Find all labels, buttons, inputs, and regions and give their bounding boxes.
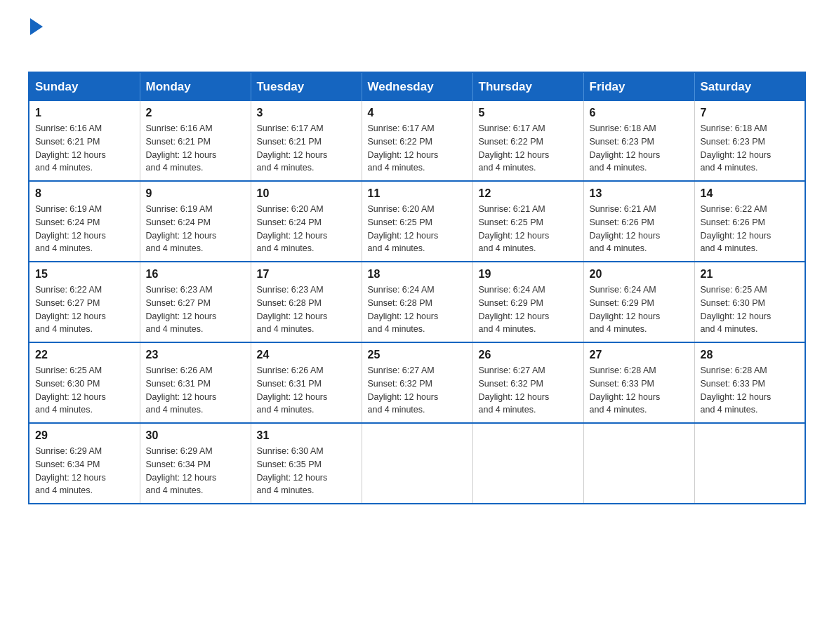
logo [28,21,43,58]
day-number: 16 [146,268,245,281]
calendar-cell: 4 Sunrise: 6:17 AM Sunset: 6:22 PM Dayli… [362,101,472,181]
day-info: Sunrise: 6:27 AM Sunset: 6:32 PM Dayligh… [368,364,467,417]
day-number: 1 [35,107,134,119]
day-number: 25 [368,349,467,361]
calendar-cell: 3 Sunrise: 6:17 AM Sunset: 6:21 PM Dayli… [251,101,362,181]
calendar-cell: 7 Sunrise: 6:18 AM Sunset: 6:23 PM Dayli… [694,101,805,181]
day-number: 19 [479,268,578,281]
day-number: 28 [701,349,800,361]
calendar-cell: 11 Sunrise: 6:20 AM Sunset: 6:25 PM Dayl… [362,181,472,262]
day-number: 29 [35,429,134,442]
day-number: 17 [257,268,356,281]
day-info: Sunrise: 6:28 AM Sunset: 6:33 PM Dayligh… [590,364,689,417]
day-info: Sunrise: 6:21 AM Sunset: 6:26 PM Dayligh… [590,203,689,255]
day-number: 27 [590,349,689,361]
day-number: 3 [257,107,356,119]
day-number: 30 [146,429,245,442]
day-info: Sunrise: 6:21 AM Sunset: 6:25 PM Dayligh… [479,203,578,255]
calendar-cell: 26 Sunrise: 6:27 AM Sunset: 6:32 PM Dayl… [472,342,583,423]
calendar-cell: 14 Sunrise: 6:22 AM Sunset: 6:26 PM Dayl… [694,181,805,262]
day-number: 18 [368,268,467,281]
calendar-cell: 18 Sunrise: 6:24 AM Sunset: 6:28 PM Dayl… [362,262,472,342]
day-info: Sunrise: 6:19 AM Sunset: 6:24 PM Dayligh… [146,203,245,255]
day-number: 10 [257,187,356,200]
day-number: 15 [35,268,134,281]
day-number: 4 [368,107,467,119]
calendar-cell: 25 Sunrise: 6:27 AM Sunset: 6:32 PM Dayl… [362,342,472,423]
calendar-cell: 20 Sunrise: 6:24 AM Sunset: 6:29 PM Dayl… [583,262,694,342]
calendar-cell [583,423,694,504]
day-info: Sunrise: 6:25 AM Sunset: 6:30 PM Dayligh… [35,364,134,417]
calendar-week-row: 15 Sunrise: 6:22 AM Sunset: 6:27 PM Dayl… [29,262,805,342]
calendar-cell: 28 Sunrise: 6:28 AM Sunset: 6:33 PM Dayl… [694,342,805,423]
calendar-header-monday: Monday [140,72,251,101]
day-info: Sunrise: 6:23 AM Sunset: 6:28 PM Dayligh… [257,283,356,336]
calendar-cell [362,423,472,504]
day-info: Sunrise: 6:23 AM Sunset: 6:27 PM Dayligh… [146,283,245,336]
calendar-header-row: SundayMondayTuesdayWednesdayThursdayFrid… [29,72,805,101]
calendar-cell: 21 Sunrise: 6:25 AM Sunset: 6:30 PM Dayl… [694,262,805,342]
day-number: 7 [701,107,800,119]
calendar-header-sunday: Sunday [29,72,140,101]
day-number: 24 [257,349,356,361]
day-info: Sunrise: 6:24 AM Sunset: 6:29 PM Dayligh… [479,283,578,336]
calendar-cell: 5 Sunrise: 6:17 AM Sunset: 6:22 PM Dayli… [472,101,583,181]
day-info: Sunrise: 6:20 AM Sunset: 6:24 PM Dayligh… [257,203,356,255]
calendar-week-row: 29 Sunrise: 6:29 AM Sunset: 6:34 PM Dayl… [29,423,805,504]
day-number: 14 [701,187,800,200]
day-info: Sunrise: 6:25 AM Sunset: 6:30 PM Dayligh… [701,283,800,336]
day-info: Sunrise: 6:24 AM Sunset: 6:29 PM Dayligh… [590,283,689,336]
calendar-cell: 2 Sunrise: 6:16 AM Sunset: 6:21 PM Dayli… [140,101,251,181]
day-info: Sunrise: 6:16 AM Sunset: 6:21 PM Dayligh… [35,122,134,175]
calendar-header-saturday: Saturday [694,72,805,101]
day-info: Sunrise: 6:29 AM Sunset: 6:34 PM Dayligh… [146,445,245,497]
calendar-week-row: 22 Sunrise: 6:25 AM Sunset: 6:30 PM Dayl… [29,342,805,423]
day-info: Sunrise: 6:29 AM Sunset: 6:34 PM Dayligh… [35,445,134,497]
calendar-cell: 17 Sunrise: 6:23 AM Sunset: 6:28 PM Dayl… [251,262,362,342]
calendar-cell: 29 Sunrise: 6:29 AM Sunset: 6:34 PM Dayl… [29,423,140,504]
calendar-cell: 15 Sunrise: 6:22 AM Sunset: 6:27 PM Dayl… [29,262,140,342]
calendar-cell: 9 Sunrise: 6:19 AM Sunset: 6:24 PM Dayli… [140,181,251,262]
calendar-cell: 13 Sunrise: 6:21 AM Sunset: 6:26 PM Dayl… [583,181,694,262]
day-number: 2 [146,107,245,119]
calendar-header-friday: Friday [583,72,694,101]
day-info: Sunrise: 6:17 AM Sunset: 6:21 PM Dayligh… [257,122,356,175]
calendar-cell: 8 Sunrise: 6:19 AM Sunset: 6:24 PM Dayli… [29,181,140,262]
day-info: Sunrise: 6:28 AM Sunset: 6:33 PM Dayligh… [701,364,800,417]
day-info: Sunrise: 6:30 AM Sunset: 6:35 PM Dayligh… [257,445,356,497]
day-number: 20 [590,268,689,281]
calendar-header-tuesday: Tuesday [251,72,362,101]
calendar-cell: 24 Sunrise: 6:26 AM Sunset: 6:31 PM Dayl… [251,342,362,423]
day-info: Sunrise: 6:26 AM Sunset: 6:31 PM Dayligh… [257,364,356,417]
day-info: Sunrise: 6:17 AM Sunset: 6:22 PM Dayligh… [368,122,467,175]
day-info: Sunrise: 6:22 AM Sunset: 6:27 PM Dayligh… [35,283,134,336]
page-header [28,21,806,58]
day-number: 6 [590,107,689,119]
day-number: 26 [479,349,578,361]
day-number: 9 [146,187,245,200]
day-info: Sunrise: 6:19 AM Sunset: 6:24 PM Dayligh… [35,203,134,255]
day-info: Sunrise: 6:26 AM Sunset: 6:31 PM Dayligh… [146,364,245,417]
calendar-table: SundayMondayTuesdayWednesdayThursdayFrid… [28,72,806,504]
day-info: Sunrise: 6:18 AM Sunset: 6:23 PM Dayligh… [701,122,800,175]
calendar-cell: 19 Sunrise: 6:24 AM Sunset: 6:29 PM Dayl… [472,262,583,342]
calendar-cell [694,423,805,504]
calendar-cell: 31 Sunrise: 6:30 AM Sunset: 6:35 PM Dayl… [251,423,362,504]
day-number: 21 [701,268,800,281]
calendar-header-thursday: Thursday [472,72,583,101]
calendar-cell: 22 Sunrise: 6:25 AM Sunset: 6:30 PM Dayl… [29,342,140,423]
calendar-header-wednesday: Wednesday [362,72,472,101]
day-info: Sunrise: 6:22 AM Sunset: 6:26 PM Dayligh… [701,203,800,255]
day-info: Sunrise: 6:24 AM Sunset: 6:28 PM Dayligh… [368,283,467,336]
day-number: 12 [479,187,578,200]
day-number: 11 [368,187,467,200]
calendar-cell: 16 Sunrise: 6:23 AM Sunset: 6:27 PM Dayl… [140,262,251,342]
day-info: Sunrise: 6:18 AM Sunset: 6:23 PM Dayligh… [590,122,689,175]
calendar-cell: 12 Sunrise: 6:21 AM Sunset: 6:25 PM Dayl… [472,181,583,262]
day-number: 13 [590,187,689,200]
day-info: Sunrise: 6:27 AM Sunset: 6:32 PM Dayligh… [479,364,578,417]
day-number: 22 [35,349,134,361]
logo-arrow-icon [30,18,43,35]
day-info: Sunrise: 6:17 AM Sunset: 6:22 PM Dayligh… [479,122,578,175]
calendar-cell: 6 Sunrise: 6:18 AM Sunset: 6:23 PM Dayli… [583,101,694,181]
